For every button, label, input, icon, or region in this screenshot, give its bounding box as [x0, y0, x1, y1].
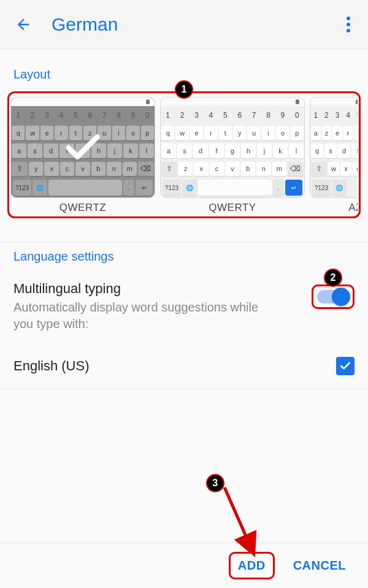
layout-label: QWERTZ: [59, 202, 106, 214]
layout-option-azerty[interactable]: 12345 azert qsdf ⇧wxc ?123🌐 AZ: [310, 97, 358, 214]
layouts-section: 1 1234567890 qwertzuiop asdfghjkl ⇧yxcvb…: [7, 91, 361, 218]
annotation-marker-3: 3: [206, 474, 224, 492]
selected-check-icon: [11, 97, 155, 197]
keyboard-preview-azerty: 12345 azert qsdf ⇧wxc ?123🌐: [310, 97, 358, 198]
annotation-marker-2: 2: [324, 269, 342, 287]
multilingual-toggle[interactable]: [317, 290, 349, 304]
keyboard-preview-qwertz: 1234567890 qwertzuiop asdfghjkl ⇧yxcvbnm…: [10, 97, 155, 198]
mic-icon: [161, 97, 304, 106]
globe-icon: 🌐: [182, 180, 197, 196]
layout-option-qwerty[interactable]: 1234567890 qwertyuiop asdfghjkl ⇧zxcvbnm…: [160, 97, 305, 214]
shift-icon: ⇧: [311, 162, 327, 176]
layout-label: AZ: [348, 202, 358, 214]
layout-label: QWERTY: [209, 202, 256, 214]
keyboard-preview-qwerty: 1234567890 qwertyuiop asdfghjkl ⇧zxcvbnm…: [160, 97, 305, 198]
layout-option-qwertz[interactable]: 1234567890 qwertzuiop asdfghjkl ⇧yxcvbnm…: [10, 97, 155, 214]
language-row-english-us[interactable]: English (US): [0, 348, 368, 389]
section-label-language-settings: Language settings: [0, 242, 368, 270]
language-name: English (US): [13, 358, 89, 374]
bottom-action-bar: 3 ADD CANCEL: [0, 543, 368, 588]
content-area: Layout 1 1234567890 qwertzuiop asdfghjkl…: [0, 49, 368, 588]
more-vert-icon[interactable]: [340, 16, 357, 33]
multilingual-subtitle: Automatically display word suggestions w…: [13, 299, 277, 332]
annotation-box-3: 3 ADD: [229, 552, 275, 579]
cancel-button[interactable]: CANCEL: [286, 554, 353, 578]
check-icon: [339, 360, 351, 372]
annotation-box-1: 1234567890 qwertzuiop asdfghjkl ⇧yxcvbnm…: [7, 91, 361, 218]
language-settings-section: Language settings Multilingual typing Au…: [0, 242, 368, 389]
multilingual-typing-row[interactable]: Multilingual typing Automatically displa…: [0, 270, 368, 332]
enter-icon: ↵: [285, 180, 302, 196]
app-header: German: [0, 0, 368, 49]
language-checkbox[interactable]: [336, 357, 355, 375]
annotation-box-2: 2: [312, 284, 355, 309]
spacebar: [198, 180, 272, 196]
shift-icon: ⇧: [161, 162, 177, 176]
multilingual-title: Multilingual typing: [13, 281, 312, 297]
annotation-marker-1: 1: [175, 80, 193, 99]
backspace-icon: ⌫: [288, 162, 304, 176]
layout-carousel[interactable]: 1234567890 qwertzuiop asdfghjkl ⇧yxcvbnm…: [10, 97, 358, 214]
add-button[interactable]: ADD: [231, 554, 273, 578]
globe-icon: 🌐: [332, 180, 347, 196]
svg-line-0: [224, 487, 251, 549]
back-arrow-icon[interactable]: [13, 15, 33, 34]
page-title: German: [52, 14, 118, 35]
